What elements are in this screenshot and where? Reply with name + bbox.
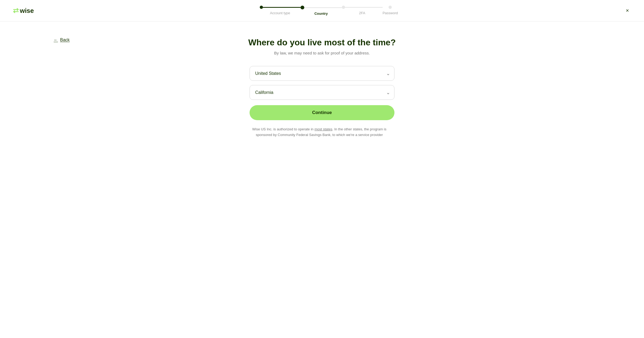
country-select-wrapper: United States United Kingdom Canada Aust… bbox=[250, 66, 394, 81]
form-container: United States United Kingdom Canada Aust… bbox=[250, 66, 394, 138]
logo[interactable]: ⇄ wise bbox=[13, 6, 34, 15]
step-line-2 bbox=[304, 7, 342, 8]
country-select[interactable]: United States United Kingdom Canada Aust… bbox=[250, 66, 394, 81]
step-label-country: Country bbox=[314, 12, 328, 16]
stepper: Account type Country 2FA Password bbox=[260, 6, 398, 16]
logo-text: wise bbox=[20, 7, 34, 14]
continue-button[interactable]: Continue bbox=[250, 105, 394, 120]
page-title: Where do you live most of the time? bbox=[248, 38, 396, 47]
step-account-type: Account type bbox=[260, 6, 301, 15]
state-select[interactable]: Alabama Alaska Arizona Arkansas Californ… bbox=[250, 85, 394, 100]
disclaimer-prefix: Wise US Inc. is authorized to operate in bbox=[252, 127, 314, 131]
back-label: Back bbox=[60, 38, 70, 42]
disclaimer-text: Wise US Inc. is authorized to operate in… bbox=[250, 127, 389, 138]
step-dot-password bbox=[389, 6, 392, 9]
step-line-3 bbox=[345, 7, 383, 8]
state-select-wrapper: Alabama Alaska Arizona Arkansas Californ… bbox=[250, 85, 394, 100]
step-country: Country bbox=[301, 6, 342, 16]
back-arrow-icon: ← bbox=[54, 38, 58, 42]
close-icon: × bbox=[626, 8, 629, 14]
step-2fa: 2FA bbox=[342, 6, 383, 15]
main-content: ← Back Where do you live most of the tim… bbox=[0, 21, 644, 149]
logo-icon: ⇄ bbox=[13, 6, 19, 15]
step-label-password: Password bbox=[383, 11, 398, 15]
close-button[interactable]: × bbox=[624, 5, 631, 16]
step-password: Password bbox=[383, 6, 398, 15]
most-states-link[interactable]: most states bbox=[314, 127, 332, 131]
header: ⇄ wise Account type Country 2FA bbox=[0, 0, 644, 21]
step-line-1 bbox=[263, 7, 301, 8]
step-label-account-type: Account type bbox=[270, 11, 290, 15]
page-subtitle: By law, we may need to ask for proof of … bbox=[274, 51, 370, 55]
back-button[interactable]: ← Back bbox=[54, 38, 70, 42]
step-dot-2fa bbox=[342, 6, 345, 9]
step-label-2fa: 2FA bbox=[359, 11, 365, 15]
step-dot-account-type bbox=[260, 6, 263, 9]
step-dot-country bbox=[301, 6, 304, 9]
